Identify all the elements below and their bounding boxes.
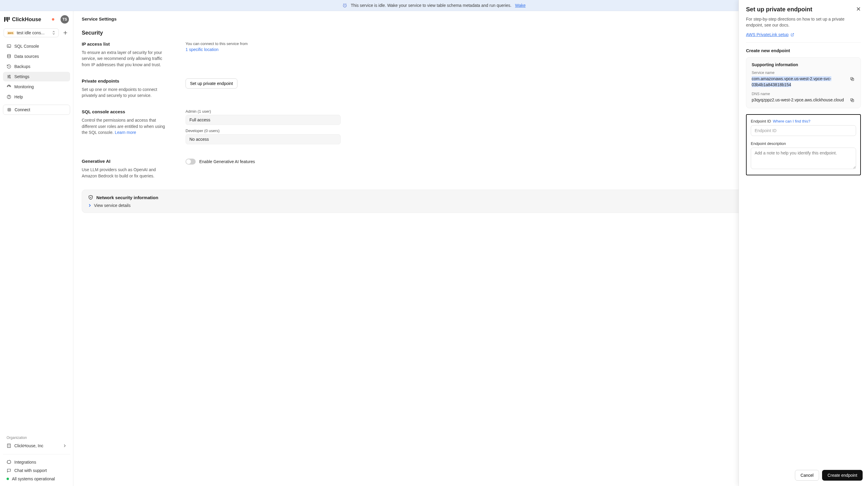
user-avatar[interactable]: TS: [61, 15, 69, 24]
organization-label: Organization: [3, 434, 70, 441]
dns-name-value: p3qyqzppz2.us-west-2.vpce.aws.clickhouse…: [752, 97, 846, 103]
connect-label: Connect: [14, 107, 30, 112]
dev-access-select[interactable]: No access: [186, 134, 341, 144]
aws-privatelink-link[interactable]: AWS PrivateLink setup: [746, 32, 794, 37]
plug-icon: [7, 107, 12, 112]
copy-dns-button[interactable]: [849, 97, 855, 103]
chat-icon: [6, 468, 11, 473]
organization-name: ClickHouse, Inc: [14, 443, 43, 448]
nav-backups[interactable]: Backups: [3, 62, 70, 71]
ip-access-desc: To ensure an extra layer of security for…: [82, 50, 171, 68]
logo-mark-icon: [4, 17, 9, 22]
svg-rect-8: [8, 108, 10, 111]
endpoint-id-label: Endpoint ID: [751, 119, 771, 124]
connect-button[interactable]: Connect: [3, 105, 70, 115]
shield-icon: [88, 195, 93, 200]
create-endpoint-title: Create new endpoint: [746, 48, 861, 53]
nav-label: Monitoring: [14, 85, 34, 89]
dev-label: Developer (0 users): [186, 129, 341, 133]
nav-label: Settings: [14, 74, 30, 79]
svg-rect-9: [7, 444, 11, 448]
nav-label: Help: [14, 95, 23, 99]
endpoint-form: Endpoint ID Where can I find this? Endpo…: [746, 114, 861, 175]
idle-banner: This service is idle. Wake your service …: [0, 0, 868, 11]
svg-point-2: [7, 54, 11, 56]
wake-link[interactable]: Wake: [515, 3, 526, 8]
endpoint-id-input[interactable]: [751, 125, 856, 136]
private-endpoint-drawer: Set up private endpoint For step-by-step…: [739, 0, 868, 486]
network-card-title: Network security information: [96, 195, 158, 200]
service-selector[interactable]: aws test idle cons...: [4, 28, 59, 37]
nav-data-sources[interactable]: Data sources: [3, 52, 70, 61]
drawer-close-button[interactable]: [855, 5, 862, 12]
nav-sql-console[interactable]: SQL Console: [3, 41, 70, 51]
copy-service-name-button[interactable]: [849, 76, 855, 82]
clock-icon: [342, 3, 347, 8]
admin-access-select[interactable]: Full access: [186, 115, 341, 125]
footer-label: All systems operational: [12, 477, 55, 481]
aws-badge-icon: aws: [7, 31, 14, 35]
dns-name-label: DNS name: [752, 92, 855, 96]
gen-ai-desc: Use LLM providers such as OpenAI and Ama…: [82, 167, 171, 179]
svg-rect-1: [7, 45, 11, 47]
status-dot-icon: [6, 478, 9, 480]
footer-status[interactable]: All systems operational: [3, 475, 70, 483]
brand-name: ClickHouse: [12, 17, 41, 23]
terminal-icon: [6, 44, 11, 48]
admin-label: Admin (1 user): [186, 109, 341, 114]
nav-settings[interactable]: Settings: [3, 72, 70, 82]
chevron-updown-icon: [52, 31, 56, 35]
nav-label: SQL Console: [14, 44, 39, 48]
footer-label: Integrations: [14, 460, 36, 464]
svg-point-4: [8, 76, 9, 77]
private-endpoints-desc: Set up one or more endpoints to connect …: [82, 87, 171, 99]
service-name-label: Service name: [752, 71, 855, 75]
sql-access-desc: Control the permissions and access that …: [82, 117, 171, 135]
gen-ai-toggle-label: Enable Generative AI features: [199, 159, 255, 164]
brand-logo: ClickHouse: [4, 17, 41, 23]
ip-access-title: IP access list: [82, 41, 171, 46]
service-name-trunc: test idle cons...: [17, 30, 50, 35]
service-status-dot-icon: [52, 18, 54, 21]
add-service-button[interactable]: [61, 29, 69, 37]
puzzle-icon: [6, 460, 11, 464]
nav-label: Data sources: [14, 54, 39, 59]
footer-label: Chat with support: [14, 468, 47, 473]
building-icon: [6, 443, 11, 448]
private-endpoints-title: Private endpoints: [82, 78, 171, 84]
chevron-right-icon: [63, 444, 66, 448]
drawer-subtitle: For step-by-step directions on how to se…: [746, 17, 861, 28]
endpoint-desc-textarea[interactable]: [751, 148, 856, 169]
svg-point-5: [10, 77, 11, 78]
svg-point-3: [9, 75, 10, 76]
help-icon: [6, 95, 11, 99]
nav-label: Backups: [14, 64, 30, 69]
history-icon: [6, 64, 11, 69]
drawer-title: Set up private endpoint: [746, 6, 861, 13]
gen-ai-title: Generative AI: [82, 159, 171, 164]
external-link-icon: [790, 33, 794, 37]
gauge-icon: [6, 85, 11, 89]
nav-monitoring[interactable]: Monitoring: [3, 82, 70, 92]
ip-access-right-label: You can connect to this service from: [186, 41, 341, 46]
nav-help[interactable]: Help: [3, 92, 70, 102]
supporting-info-box: Supporting information Service name com.…: [746, 57, 861, 108]
database-icon: [6, 54, 11, 59]
sliders-icon: [6, 74, 11, 79]
sidebar: ClickHouse TS aws test idle cons...: [0, 11, 73, 486]
ip-location-link[interactable]: 1 specific location: [186, 47, 219, 52]
footer-integrations[interactable]: Integrations: [3, 458, 70, 466]
service-name-value: com.amazonaws.vpce.us-west-2.vpce-svc-03…: [752, 76, 846, 88]
cancel-button[interactable]: Cancel: [795, 470, 819, 481]
sql-access-title: SQL console access: [82, 109, 171, 114]
gen-ai-toggle[interactable]: [186, 159, 196, 165]
setup-private-endpoint-button[interactable]: Set up private endpoint: [186, 78, 238, 89]
learn-more-link[interactable]: Learn more: [115, 130, 136, 135]
create-endpoint-button[interactable]: Create endpoint: [822, 470, 863, 481]
banner-text: This service is idle. Wake your service …: [351, 3, 512, 8]
endpoint-desc-label: Endpoint description: [751, 141, 786, 146]
footer-chat[interactable]: Chat with support: [3, 466, 70, 475]
view-service-label: View service details: [94, 203, 131, 208]
endpoint-id-help-link[interactable]: Where can I find this?: [773, 119, 810, 124]
organization-item[interactable]: ClickHouse, Inc: [3, 441, 70, 451]
